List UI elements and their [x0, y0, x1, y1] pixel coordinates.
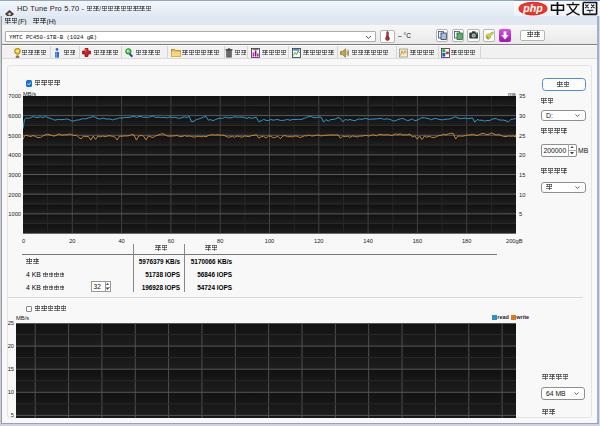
svg-text:php: php [522, 2, 543, 14]
